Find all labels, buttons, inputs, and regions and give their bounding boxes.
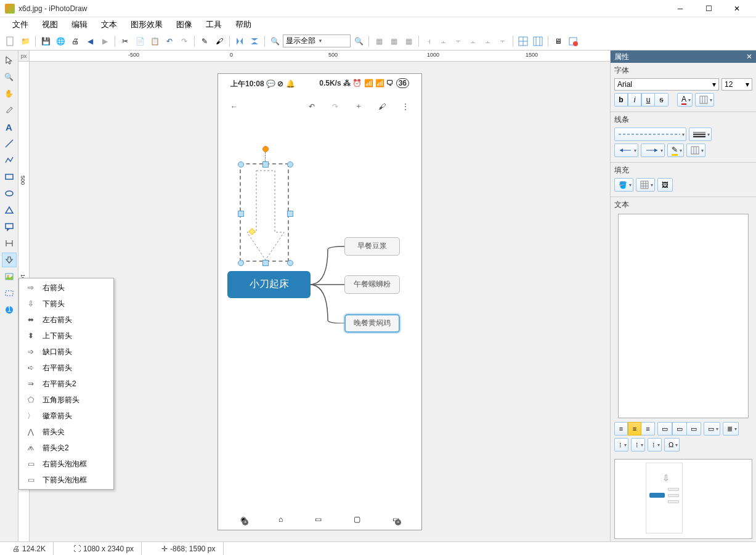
menu-edit[interactable]: 编辑 — [65, 17, 94, 32]
save-icon[interactable]: 💾 — [39, 34, 52, 48]
text-tool[interactable]: A — [2, 120, 17, 134]
alignm-icon[interactable]: ⫠ — [481, 34, 495, 48]
alignl-icon[interactable]: ⫞ — [422, 34, 436, 48]
counter-tool[interactable]: 1 — [2, 302, 17, 317]
copy-icon[interactable]: 📄 — [133, 34, 147, 48]
arrow-flat-right-item[interactable]: ➪右平箭头 — [20, 360, 112, 376]
stop-icon[interactable] — [566, 34, 580, 48]
close-button[interactable]: ✕ — [723, 0, 751, 17]
panel-close-icon[interactable]: ✕ — [746, 52, 752, 61]
rotate-handle[interactable] — [262, 146, 269, 152]
paste-icon[interactable]: 📋 — [148, 34, 161, 48]
italic-button[interactable]: i — [628, 93, 641, 107]
grid1-icon[interactable] — [516, 34, 530, 48]
edit-icon[interactable]: ✎ — [198, 34, 211, 48]
align-left-button[interactable]: ≡ — [614, 422, 628, 435]
forward-arrow-icon[interactable]: ▶ — [98, 34, 112, 48]
menu-text[interactable]: 文本 — [95, 17, 123, 32]
valign-mid-button[interactable]: ▭ — [672, 422, 687, 435]
alignb-icon[interactable]: ⫟ — [496, 34, 510, 48]
align-right-button[interactable]: ≡ — [641, 422, 655, 435]
alignc-icon[interactable]: ⫠ — [437, 34, 450, 48]
magnify-tool[interactable]: 🔍 — [2, 70, 17, 84]
underline-button[interactable]: u — [641, 93, 655, 107]
strike-button[interactable]: s — [655, 93, 669, 107]
menu-help[interactable]: 帮助 — [229, 17, 258, 32]
bold-button[interactable]: b — [614, 93, 628, 107]
maximize-button[interactable]: ☐ — [694, 0, 723, 17]
handle-n[interactable] — [262, 161, 269, 168]
document[interactable]: 上午10:08 💬 ⊘ 🔔 0.5K/s ⁂ ⏰ 📶 📶 🗨 36 ← ↶ ↷ … — [218, 74, 421, 530]
align-center-button[interactable]: ≡ — [628, 422, 641, 435]
fill-color-button[interactable]: 🪣 — [614, 178, 633, 192]
arrow-bubble-right-item[interactable]: ▭右箭头泡泡框 — [20, 456, 112, 472]
zoom-combo[interactable]: 显示全部▼ — [283, 34, 351, 47]
arrow-tip-item[interactable]: ⋀箭头尖 — [20, 424, 112, 440]
arrow-pentagon-item[interactable]: ⬠五角形箭头 — [20, 392, 112, 408]
fill-pattern-button[interactable] — [636, 178, 655, 192]
marquee-tool[interactable] — [2, 286, 17, 301]
flip-h-icon[interactable] — [233, 34, 246, 48]
back-arrow-icon[interactable]: ◀ — [83, 34, 97, 48]
minimap[interactable]: ⇩ — [614, 459, 752, 539]
selected-shape[interactable] — [240, 163, 289, 262]
highlight-color-button[interactable] — [695, 93, 714, 107]
arrow-lr-item[interactable]: ⬌左右箭头 — [20, 312, 112, 328]
print-icon[interactable]: 🖨 — [68, 34, 82, 48]
line-tool[interactable] — [2, 136, 17, 151]
arrow-start-combo[interactable] — [614, 144, 638, 157]
align1-icon[interactable]: ▦ — [372, 34, 386, 48]
menu-effects[interactable]: 图形效果 — [124, 17, 169, 32]
align3-icon[interactable]: ▦ — [402, 34, 415, 48]
line-color-button[interactable]: ✎ — [667, 144, 684, 157]
line-style-combo[interactable] — [614, 128, 686, 141]
arrow-chevron-item[interactable]: 〉徽章箭头 — [20, 408, 112, 424]
arrow-right-item[interactable]: ⇨右箭头 — [20, 280, 112, 296]
handle-e[interactable] — [287, 211, 293, 217]
indent2-button[interactable]: ⫶ — [631, 438, 645, 452]
handle-w[interactable] — [238, 211, 244, 217]
zoom-fit-icon[interactable]: 🔍 — [352, 34, 365, 48]
open-folder-icon[interactable]: 📁 — [18, 34, 32, 48]
hand-tool[interactable]: ✋ — [2, 86, 17, 101]
handle-ne[interactable] — [287, 161, 293, 168]
alignr-icon[interactable]: ⫟ — [452, 34, 465, 48]
arrow-ud-item[interactable]: ⬍上下箭头 — [20, 328, 112, 344]
ellipse-tool[interactable] — [2, 186, 17, 201]
menu-image[interactable]: 图像 — [170, 17, 198, 32]
handle-s[interactable] — [262, 260, 269, 266]
font-size-combo[interactable]: 12▾ — [721, 78, 752, 91]
handle-nw[interactable] — [238, 161, 244, 168]
menu-tools[interactable]: 工具 — [200, 17, 228, 32]
triangle-tool[interactable] — [2, 203, 17, 217]
minimize-button[interactable]: ─ — [666, 0, 694, 17]
flip-v-icon[interactable] — [248, 34, 261, 48]
polyline-tool[interactable] — [2, 153, 17, 168]
valign-top-button[interactable]: ▭ — [657, 422, 672, 435]
rect-tool[interactable] — [2, 169, 17, 184]
font-color-button[interactable]: A — [677, 93, 693, 107]
arrow-down-item[interactable]: ⇩下箭头 — [20, 296, 112, 312]
callout-tool[interactable] — [2, 219, 17, 234]
indent1-button[interactable]: ⫶ — [614, 438, 628, 452]
line-width-combo[interactable] — [689, 128, 712, 141]
undo-icon[interactable]: ↶ — [163, 34, 176, 48]
arrow-shape-tool[interactable] — [2, 253, 17, 267]
eyedropper-tool[interactable] — [2, 103, 17, 118]
menu-file[interactable]: 文件 — [6, 17, 35, 32]
align2-icon[interactable]: ▦ — [387, 34, 400, 48]
font-family-combo[interactable]: Arial▾ — [614, 78, 719, 91]
canvas-viewport[interactable]: 上午10:08 💬 ⊘ 🔔 0.5K/s ⁂ ⏰ 📶 📶 🗨 36 ← ↶ ↷ … — [30, 62, 610, 541]
spacing1-button[interactable]: ▭ — [704, 422, 720, 435]
fill-image-button[interactable]: 🖼 — [657, 178, 673, 192]
valign-bot-button[interactable]: ▭ — [687, 422, 701, 435]
arrow-flat-right2-item[interactable]: ⇛右平箭头2 — [20, 376, 112, 392]
image-tool[interactable] — [2, 269, 17, 284]
brush-icon[interactable]: 🖌 — [213, 34, 226, 48]
indent3-button[interactable]: ⫶ — [648, 438, 662, 452]
arrow-notch-item[interactable]: ➩缺口箭头 — [20, 344, 112, 360]
arrow-bubble-down-item[interactable]: ▭下箭头泡泡框 — [20, 472, 112, 488]
handle-se[interactable] — [287, 260, 293, 266]
handle-sw[interactable] — [238, 260, 244, 266]
arrow-end-combo[interactable] — [641, 144, 665, 157]
